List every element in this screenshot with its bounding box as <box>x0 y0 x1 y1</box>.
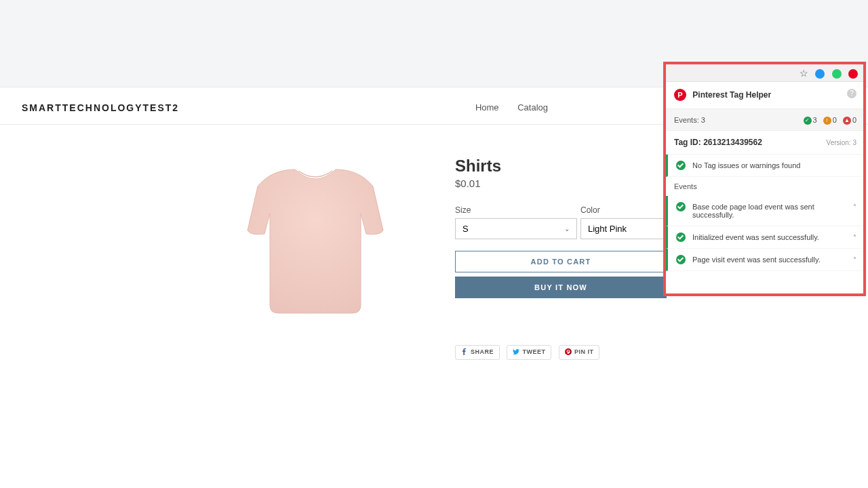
size-label: Size <box>455 205 471 215</box>
error-icon: ▲ <box>843 117 851 125</box>
extension-icon-green[interactable] <box>832 69 842 79</box>
browser-toolbar-strip: ☆ <box>666 64 863 82</box>
extension-icon-blue[interactable] <box>815 69 825 79</box>
event-text: Initialized event was sent successfully. <box>692 233 819 241</box>
nav-home[interactable]: Home <box>475 102 499 113</box>
check-icon <box>676 255 686 264</box>
check-icon <box>676 161 686 170</box>
err-count: ▲0 <box>843 109 856 131</box>
no-issues-text: No Tag issues or warnings found <box>692 161 800 169</box>
event-row-page-visit[interactable]: Page visit event was sent successfully. … <box>666 249 863 271</box>
star-icon[interactable]: ☆ <box>800 68 808 79</box>
share-facebook[interactable]: SHARE <box>455 345 500 360</box>
no-issues-row: No Tag issues or warnings found <box>666 155 863 177</box>
buy-now-button[interactable]: BUY IT NOW <box>455 277 667 298</box>
share-twitter-label: TWEET <box>522 348 545 355</box>
facebook-icon <box>461 348 468 357</box>
share-pinterest-label: PIN IT <box>574 348 594 355</box>
share-pinterest[interactable]: PIN IT <box>559 345 600 360</box>
panel-header: P Pinterest Tag Helper ? <box>666 82 863 109</box>
event-row-base-code[interactable]: Base code page load event was sent succe… <box>666 196 863 226</box>
add-to-cart-button[interactable]: ADD TO CART <box>455 251 667 272</box>
color-label: Color <box>580 205 600 215</box>
chevron-up-icon: ˄ <box>853 203 856 211</box>
tag-helper-panel: P Pinterest Tag Helper ? Events: 3 ✓3 !0… <box>666 82 863 293</box>
event-text: Base code page load event was sent succe… <box>692 203 814 219</box>
events-section-label: Events <box>666 177 863 196</box>
pinterest-icon <box>565 348 572 357</box>
svg-point-0 <box>565 348 572 355</box>
warn-count: !0 <box>823 109 837 131</box>
events-count-label: Events: 3 <box>674 116 705 124</box>
chevron-up-icon: ˄ <box>853 256 856 264</box>
color-select[interactable]: Light Pink <box>580 218 666 239</box>
events-summary-bar: Events: 3 ✓3 !0 ▲0 <box>666 109 863 131</box>
share-bar: SHARE TWEET PIN IT <box>455 344 604 358</box>
brand-name[interactable]: SMARTTECHNOLOGYTEST2 <box>22 102 179 113</box>
share-facebook-label: SHARE <box>471 348 494 355</box>
ok-count: ✓3 <box>804 109 817 131</box>
panel-title: Pinterest Tag Helper <box>692 90 771 100</box>
help-icon[interactable]: ? <box>847 89 856 98</box>
event-row-initialized[interactable]: Initialized event was sent successfully.… <box>666 226 863 249</box>
check-icon <box>676 232 686 242</box>
chevron-up-icon: ˄ <box>853 234 856 241</box>
pinterest-tag-helper-icon[interactable] <box>848 69 858 79</box>
product-image[interactable] <box>203 149 427 339</box>
nav-catalog[interactable]: Catalog <box>517 102 548 113</box>
product-price: $0.01 <box>455 178 481 189</box>
warning-icon: ! <box>823 117 831 125</box>
tag-id-section: Tag ID: 2613213439562 Version: 3 <box>666 131 863 155</box>
size-select[interactable]: S <box>455 218 577 239</box>
check-icon: ✓ <box>804 117 812 125</box>
version-label: Version: 3 <box>827 139 856 146</box>
share-twitter[interactable]: TWEET <box>507 345 551 360</box>
twitter-icon <box>513 348 519 357</box>
tag-id-value: 2613213439562 <box>703 138 762 147</box>
event-text: Page visit event was sent successfully. <box>692 256 821 264</box>
product-title: Shirts <box>455 157 501 176</box>
nav-links: Home Catalog <box>467 102 556 113</box>
tag-id-label: Tag ID: <box>674 138 701 147</box>
pinterest-logo-icon: P <box>674 89 686 101</box>
check-icon <box>676 202 686 211</box>
